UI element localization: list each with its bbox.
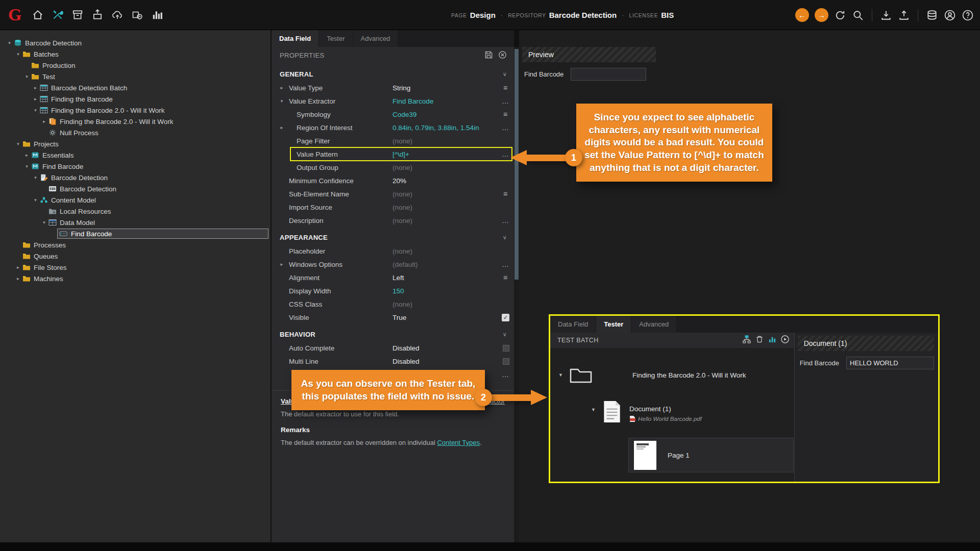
checkbox-unchecked[interactable] xyxy=(503,358,509,365)
ellipsis-button[interactable]: … xyxy=(499,123,512,132)
property-row-multi-line[interactable]: Multi LineDisabled xyxy=(272,355,514,368)
property-value[interactable]: (none) xyxy=(393,217,499,224)
batch-folder-row[interactable]: ▼ Finding the Barcode 2.0 - Will it Work xyxy=(556,366,746,384)
tree-item[interactable]: ►Finding the Barcode xyxy=(0,93,271,105)
collapse-icon[interactable]: ▼ xyxy=(22,74,31,79)
collapse-icon[interactable]: ▼ xyxy=(31,198,40,203)
collapse-icon[interactable]: ▼ xyxy=(5,41,14,45)
tree-item[interactable]: ▼Barcode Detection xyxy=(0,172,271,183)
repository-value[interactable]: Barcode Detection xyxy=(549,11,617,19)
tree-item[interactable]: ►Finding the Barcode 2.0 - Will it Work xyxy=(0,116,271,127)
property-value[interactable]: Find Barcode xyxy=(393,97,499,105)
expand-icon[interactable]: ► xyxy=(31,97,40,102)
property-row-value-type[interactable]: ►Value TypeString≡ xyxy=(272,81,514,94)
dropdown-icon[interactable]: ≡ xyxy=(499,273,512,282)
expand-icon[interactable]: ► xyxy=(40,119,48,124)
dropdown-icon[interactable]: ≡ xyxy=(499,84,512,92)
save-icon[interactable] xyxy=(484,51,493,61)
checkbox-checked[interactable]: ✓ xyxy=(502,314,509,321)
property-row-import-source[interactable]: Import Source(none) xyxy=(272,201,514,214)
chevron-down-icon[interactable]: ∨ xyxy=(503,331,507,338)
forward-button[interactable]: → xyxy=(815,8,828,22)
property-value[interactable]: (none) xyxy=(393,204,514,211)
dropdown-icon[interactable]: ≡ xyxy=(499,190,512,198)
tree-item[interactable]: Queues xyxy=(0,251,271,262)
document-field-input[interactable] xyxy=(846,357,934,369)
search-icon[interactable] xyxy=(852,9,864,21)
batch-hierarchy-icon[interactable] xyxy=(743,335,751,345)
expand-icon[interactable]: ► xyxy=(14,277,22,281)
tree-item[interactable]: ►Machines xyxy=(0,273,271,284)
property-value[interactable]: Left xyxy=(393,274,499,282)
property-value[interactable]: 20% xyxy=(393,177,514,185)
help-icon[interactable] xyxy=(962,9,974,21)
property-row-value-pattern[interactable]: Value Pattern[^\d]+… xyxy=(272,147,514,161)
property-value[interactable]: String xyxy=(393,84,499,92)
refresh-icon[interactable] xyxy=(834,9,846,21)
property-row-description[interactable]: Description(none)… xyxy=(272,214,514,227)
property-value[interactable]: 0.84in, 0.79in, 3.88in, 1.54in xyxy=(393,124,499,132)
selected-tree-item[interactable]: Find Barcode xyxy=(57,229,268,239)
property-value[interactable]: (none) xyxy=(393,247,514,255)
property-row-minimum-confidence[interactable]: Minimum Confidence20% xyxy=(272,174,514,187)
collapse-icon[interactable]: ▼ xyxy=(31,108,40,113)
expander-icon[interactable]: ▼ xyxy=(589,400,598,412)
expand-icon[interactable]: ► xyxy=(14,265,22,270)
batch-document-row[interactable]: ▼ Document (1) Hello World Barcode.pdf xyxy=(589,400,702,423)
chevron-down-icon[interactable]: ∨ xyxy=(503,71,507,78)
tree-item[interactable]: ▼Find Barcode xyxy=(0,161,271,172)
property-value[interactable]: (none) xyxy=(393,137,514,145)
user-icon[interactable] xyxy=(944,9,956,21)
expand-icon[interactable]: ► xyxy=(280,262,289,267)
collapse-icon[interactable]: ▼ xyxy=(14,52,22,57)
tree-item[interactable]: ▼Data Model xyxy=(0,217,271,228)
checkbox-unchecked[interactable] xyxy=(503,345,509,352)
upload-icon[interactable] xyxy=(898,9,910,21)
cloud-upload-icon[interactable] xyxy=(111,9,124,21)
tab-tester[interactable]: Tester xyxy=(319,30,353,47)
property-value[interactable]: (default) xyxy=(393,261,499,268)
property-row-placeholder[interactable]: Placeholder(none) xyxy=(272,244,514,258)
page-row[interactable]: Page 1 xyxy=(628,438,794,472)
tab-data-field[interactable]: Data Field xyxy=(550,316,596,333)
tree-item[interactable]: ▼Projects xyxy=(0,138,271,149)
ellipsis-button[interactable]: … xyxy=(499,97,512,105)
property-value[interactable]: (none) xyxy=(393,300,514,308)
tree-item[interactable]: Processes xyxy=(0,239,271,251)
section-header-appearance[interactable]: APPEARANCE∨ xyxy=(272,230,514,244)
property-value[interactable]: Disabled xyxy=(393,358,503,365)
property-value[interactable]: (none) xyxy=(393,190,499,198)
property-row-region-of-interest[interactable]: ►Region Of Interest0.84in, 0.79in, 3.88i… xyxy=(272,121,514,134)
properties-scrollbar[interactable] xyxy=(514,47,519,542)
collapse-icon[interactable]: ▼ xyxy=(280,99,289,104)
section-header-behavior[interactable]: BEHAVIOR∨ xyxy=(272,327,514,341)
ellipsis-button[interactable]: … xyxy=(499,260,512,268)
tree-item[interactable]: ▼Content Model xyxy=(0,194,271,206)
batches-icon[interactable] xyxy=(71,9,84,21)
property-value[interactable]: (none) xyxy=(393,164,514,171)
property-value[interactable]: [^\d]+ xyxy=(393,151,499,158)
play-icon[interactable] xyxy=(781,335,789,345)
ellipsis-button[interactable]: … xyxy=(499,216,512,224)
expand-icon[interactable]: ► xyxy=(280,126,289,130)
tree-item[interactable]: ▼Barcode Detection xyxy=(0,37,271,48)
property-row-alignment[interactable]: AlignmentLeft≡ xyxy=(272,271,514,284)
page-thumbnail[interactable] xyxy=(634,441,656,470)
property-value[interactable]: Disabled xyxy=(393,344,503,352)
tree-item[interactable]: ▼Test xyxy=(0,71,271,82)
property-row-page-filter[interactable]: Page Filter(none) xyxy=(272,134,514,147)
collapse-icon[interactable]: ▼ xyxy=(31,176,40,180)
tree-item[interactable]: Find Barcode xyxy=(0,228,271,239)
content-types-link[interactable]: Content Types xyxy=(437,439,480,446)
property-value[interactable]: True xyxy=(393,314,502,321)
tree-item[interactable]: ▼Finding the Barcode 2.0 - Will it Work xyxy=(0,105,271,116)
chevron-down-icon[interactable]: ∨ xyxy=(503,234,507,241)
property-row-output-group[interactable]: Output Group(none) xyxy=(272,161,514,174)
tree-item[interactable]: Barcode Detection xyxy=(0,183,271,194)
tree-item[interactable]: ▼Batches xyxy=(0,48,271,60)
licensee-value[interactable]: BIS xyxy=(661,11,674,19)
back-button[interactable]: ← xyxy=(795,8,809,22)
property-row-sub-element-name[interactable]: Sub-Element Name(none)≡ xyxy=(272,187,514,201)
tree-item[interactable]: Production xyxy=(0,60,271,71)
tree-item[interactable]: ►File Stores xyxy=(0,262,271,273)
